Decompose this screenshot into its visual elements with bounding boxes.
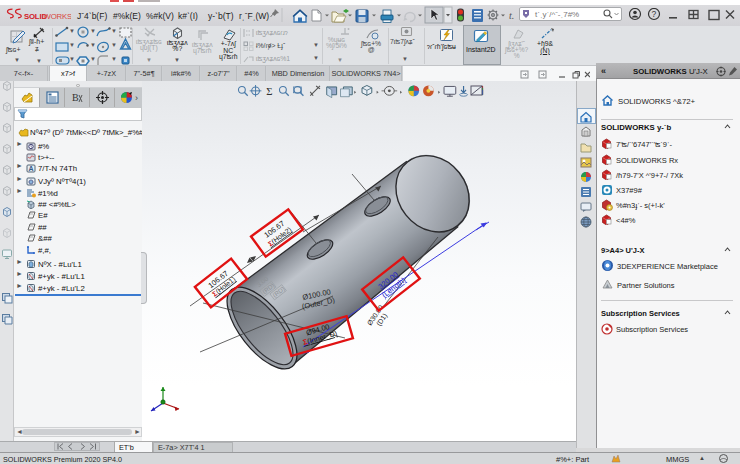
svg-text:?: ? [652,9,657,19]
svg-text:A: A [29,165,34,172]
svg-text:Σ: Σ [266,85,272,97]
svg-text:B: B [72,92,79,103]
svg-text:WORKS: WORKS [44,12,72,21]
svg-text:t.: t. [509,10,514,21]
